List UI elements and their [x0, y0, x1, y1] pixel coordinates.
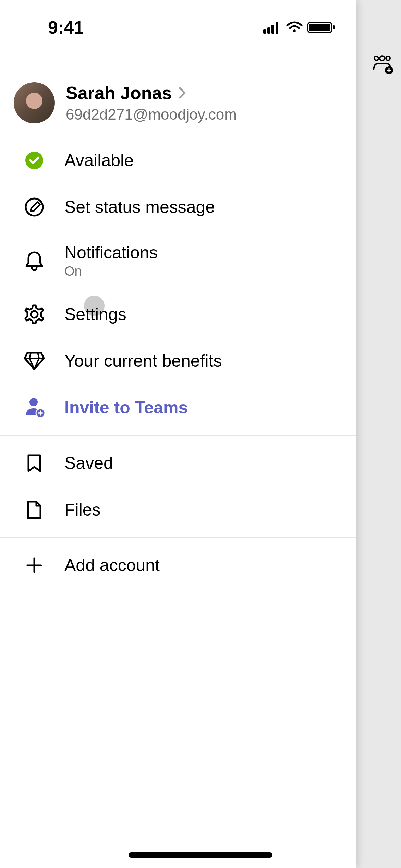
status-bar: 9:41 [0, 0, 356, 48]
svg-rect-4 [263, 29, 266, 34]
notifications-label: Notifications [64, 243, 158, 263]
chevron-right-icon [179, 87, 187, 99]
wifi-icon [286, 21, 303, 34]
svg-rect-7 [276, 22, 278, 34]
menu-item-add-account[interactable]: Add account [0, 542, 356, 589]
menu-item-invite[interactable]: Invite to Teams [0, 384, 356, 431]
person-add-icon [23, 397, 45, 419]
profile-name: Sarah Jonas [66, 83, 172, 103]
cellular-icon [263, 21, 282, 34]
profile-row[interactable]: Sarah Jonas 69d2d271@moodjoy.com [0, 48, 356, 137]
svg-point-1 [380, 56, 385, 61]
status-time: 9:41 [14, 17, 84, 38]
profile-email: 69d2d271@moodjoy.com [66, 106, 237, 123]
menu-item-notifications[interactable]: Notifications On [0, 230, 356, 291]
svg-point-2 [386, 56, 390, 60]
menu-item-saved[interactable]: Saved [0, 440, 356, 486]
add-account-label: Add account [64, 555, 160, 575]
files-label: Files [64, 500, 101, 520]
svg-point-0 [374, 56, 378, 60]
menu-item-files[interactable]: Files [0, 486, 356, 533]
status-label: Available [64, 150, 134, 170]
svg-rect-10 [333, 25, 335, 29]
saved-label: Saved [64, 453, 113, 473]
svg-point-12 [26, 198, 43, 216]
gear-icon [23, 303, 45, 325]
edit-icon [23, 196, 45, 218]
status-message-label: Set status message [64, 197, 215, 217]
svg-rect-9 [309, 24, 330, 31]
teams-add-icon [370, 55, 394, 77]
battery-icon [307, 21, 336, 34]
home-indicator[interactable] [129, 852, 272, 858]
background-content[interactable] [356, 0, 401, 868]
plus-icon [23, 554, 45, 576]
divider [0, 435, 356, 436]
menu-item-settings[interactable]: Settings [0, 291, 356, 338]
bookmark-icon [23, 452, 45, 474]
touch-indicator [84, 296, 105, 316]
svg-point-14 [29, 398, 38, 406]
bell-icon [23, 250, 45, 272]
invite-label: Invite to Teams [64, 398, 188, 418]
menu-item-status-message[interactable]: Set status message [0, 184, 356, 230]
svg-rect-5 [267, 27, 270, 34]
avatar [14, 82, 55, 123]
menu-item-status[interactable]: Available [0, 137, 356, 184]
available-icon [23, 149, 45, 171]
svg-rect-6 [271, 25, 274, 34]
file-icon [23, 499, 45, 521]
notifications-value: On [64, 264, 158, 279]
divider [0, 537, 356, 538]
menu-item-benefits[interactable]: Your current benefits [0, 338, 356, 384]
status-icons [263, 21, 336, 34]
diamond-icon [23, 350, 45, 372]
side-drawer: 9:41 Sarah Jonas [0, 0, 356, 868]
svg-point-13 [31, 311, 38, 318]
benefits-label: Your current benefits [64, 351, 222, 371]
